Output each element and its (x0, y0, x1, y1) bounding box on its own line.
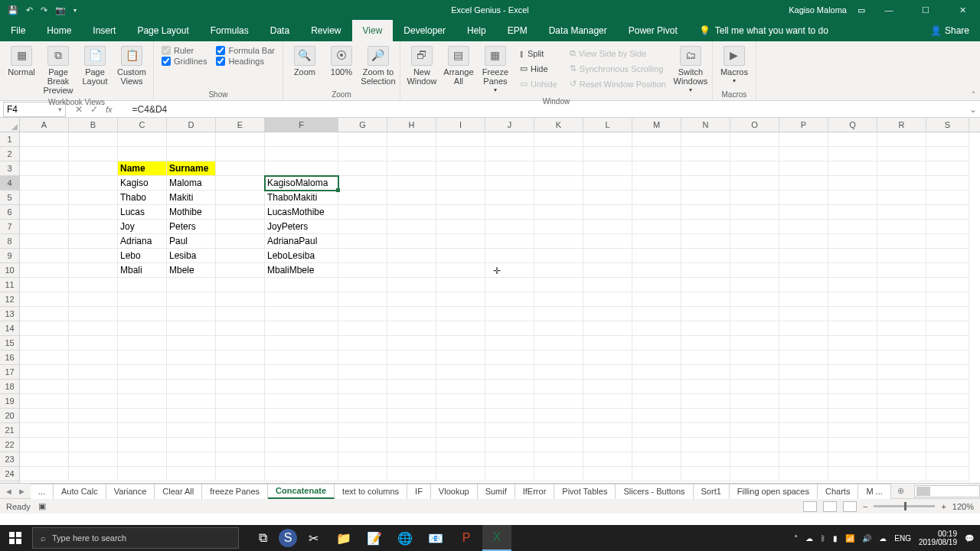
cell-F19[interactable] (265, 394, 338, 409)
cell-N13[interactable] (681, 307, 730, 321)
cell-K22[interactable] (534, 438, 583, 452)
cell-R24[interactable] (877, 467, 926, 481)
cell-Q11[interactable] (828, 278, 877, 292)
cell-E20[interactable] (216, 409, 265, 423)
cell-P2[interactable] (779, 147, 828, 161)
cell-K5[interactable] (534, 191, 583, 205)
cell-G3[interactable] (338, 161, 387, 176)
cell-F5[interactable]: ThaboMakiti (265, 191, 338, 205)
cell-J20[interactable] (485, 409, 534, 423)
normal-view-icon[interactable] (803, 501, 817, 512)
cell-G15[interactable] (338, 336, 387, 350)
cell-I15[interactable] (436, 336, 485, 350)
wifi-icon[interactable]: 📶 (845, 534, 854, 543)
cell-G9[interactable] (338, 249, 387, 263)
cell-Q20[interactable] (828, 409, 877, 423)
cell-J23[interactable] (485, 452, 534, 467)
row-header-1[interactable]: 1 (0, 132, 19, 147)
sheet-tab-slicers-buttons[interactable]: Slicers - Buttons (616, 484, 693, 499)
cell-A8[interactable] (20, 234, 69, 249)
cell-L24[interactable] (583, 467, 632, 481)
cell-E10[interactable] (216, 263, 265, 278)
cell-J10[interactable] (485, 263, 534, 278)
cell-O1[interactable] (730, 132, 779, 147)
formula-bar-checkbox[interactable]: Formula Bar (216, 46, 275, 55)
cell-G7[interactable] (338, 220, 387, 234)
notes-icon[interactable]: 📝 (360, 525, 389, 551)
col-header-H[interactable]: H (387, 118, 436, 132)
cell-O23[interactable] (730, 452, 779, 467)
cell-F10[interactable]: MbaliMbele (265, 263, 338, 278)
cell-S9[interactable] (926, 249, 969, 263)
cell-Q23[interactable] (828, 452, 877, 467)
split-button[interactable]: ⫿Split (520, 46, 557, 60)
cell-P6[interactable] (779, 205, 828, 220)
cell-S21[interactable] (926, 423, 969, 438)
cell-G22[interactable] (338, 438, 387, 452)
ruler-checkbox[interactable]: Ruler (162, 46, 207, 55)
cell-N11[interactable] (681, 278, 730, 292)
cell-A12[interactable] (20, 292, 69, 307)
cell-S18[interactable] (926, 380, 969, 394)
cell-G24[interactable] (338, 467, 387, 481)
cell-A5[interactable] (20, 191, 69, 205)
cell-R19[interactable] (877, 394, 926, 409)
cell-A23[interactable] (20, 452, 69, 467)
cell-A20[interactable] (20, 409, 69, 423)
cell-C22[interactable] (118, 438, 167, 452)
cell-P11[interactable] (779, 278, 828, 292)
cell-C5[interactable]: Thabo (118, 191, 167, 205)
language-indicator[interactable]: ENG (894, 534, 911, 543)
row-header-17[interactable]: 17 (0, 365, 19, 380)
cell-J7[interactable] (485, 220, 534, 234)
cell-Q18[interactable] (828, 380, 877, 394)
cell-I10[interactable] (436, 263, 485, 278)
col-header-C[interactable]: C (118, 118, 167, 132)
cell-L11[interactable] (583, 278, 632, 292)
cell-B7[interactable] (69, 220, 118, 234)
cell-N19[interactable] (681, 394, 730, 409)
cell-A15[interactable] (20, 336, 69, 350)
cell-Q16[interactable] (828, 350, 877, 365)
zoom-level[interactable]: 120% (952, 502, 974, 511)
row-header-12[interactable]: 12 (0, 292, 19, 307)
cell-I7[interactable] (436, 220, 485, 234)
cell-F7[interactable]: JoyPeters (265, 220, 338, 234)
freeze-panes-button[interactable]: ▦Freeze Panes▾ (479, 44, 512, 94)
cell-O20[interactable] (730, 409, 779, 423)
sheet-tab-variance[interactable]: Variance (106, 484, 155, 499)
cell-D22[interactable] (167, 438, 216, 452)
cell-F9[interactable]: LeboLesiba (265, 249, 338, 263)
tab-page-layout[interactable]: Page Layout (126, 20, 199, 41)
cell-K13[interactable] (534, 307, 583, 321)
cell-E8[interactable] (216, 234, 265, 249)
cell-D23[interactable] (167, 452, 216, 467)
cell-P12[interactable] (779, 292, 828, 307)
cell-D5[interactable]: Makiti (167, 191, 216, 205)
cell-Q8[interactable] (828, 234, 877, 249)
cell-P16[interactable] (779, 350, 828, 365)
cell-C12[interactable] (118, 292, 167, 307)
cell-B5[interactable] (69, 191, 118, 205)
volume-icon[interactable]: 🔊 (862, 534, 871, 543)
page-break-button[interactable]: ⧉Page Break Preview (41, 44, 75, 95)
cell-F23[interactable] (265, 452, 338, 467)
cell-C4[interactable]: Kagiso (118, 176, 167, 191)
cell-M18[interactable] (632, 380, 681, 394)
worksheet-grid[interactable]: 123456789101112131415161718192021222324 … (0, 132, 980, 483)
cell-H1[interactable] (387, 132, 436, 147)
outlook-icon[interactable]: 📧 (421, 525, 450, 551)
cell-F20[interactable] (265, 409, 338, 423)
row-header-4[interactable]: 4 (0, 176, 19, 191)
col-header-O[interactable]: O (730, 118, 779, 132)
cell-B8[interactable] (69, 234, 118, 249)
sheet-tab-if[interactable]: IF (407, 484, 431, 499)
cell-R5[interactable] (877, 191, 926, 205)
cell-A6[interactable] (20, 205, 69, 220)
cell-G8[interactable] (338, 234, 387, 249)
cell-L6[interactable] (583, 205, 632, 220)
tab-developer[interactable]: Developer (393, 20, 456, 41)
cell-R7[interactable] (877, 220, 926, 234)
cell-I4[interactable] (436, 176, 485, 191)
cell-M20[interactable] (632, 409, 681, 423)
